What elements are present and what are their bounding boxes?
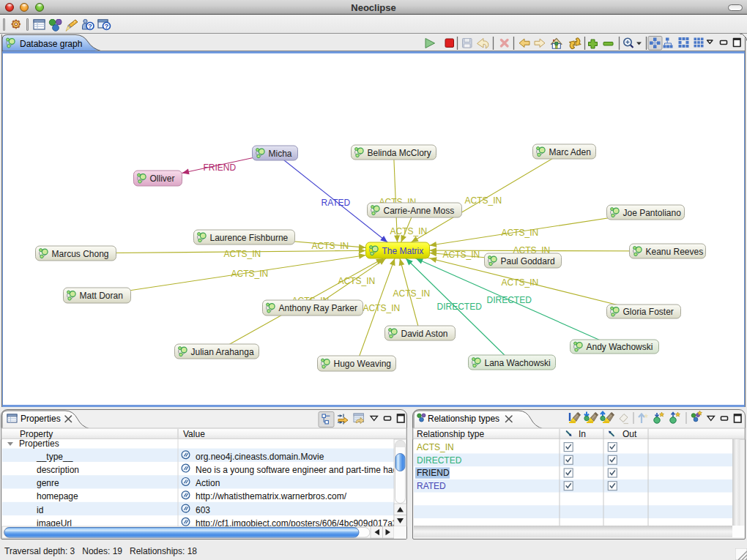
svg-text:ACTS_IN: ACTS_IN [464, 195, 502, 206]
svg-text:Julian Arahanga: Julian Arahanga [190, 347, 253, 357]
svg-text:Belinda McClory: Belinda McClory [367, 148, 431, 158]
svg-text:ACTS_IN: ACTS_IN [390, 226, 427, 236]
svg-text:FRIEND: FRIEND [417, 468, 450, 478]
svg-text:http://whatisthematrix.warnerb: http://whatisthematrix.warnerbros.com/ [196, 491, 347, 501]
svg-text:ACTS_IN: ACTS_IN [501, 228, 538, 238]
svg-text:ACTS_IN: ACTS_IN [442, 250, 480, 260]
svg-text:ACTS_IN: ACTS_IN [311, 241, 349, 251]
svg-text:Matt Doran: Matt Doran [79, 291, 122, 301]
svg-text:Neo is a young software engine: Neo is a young software engineer and par… [196, 465, 407, 475]
svg-text:ACTS_IN: ACTS_IN [393, 288, 430, 299]
svg-text:Laurence Fishburne: Laurence Fishburne [209, 233, 288, 243]
svg-text:ACTS_IN: ACTS_IN [338, 276, 375, 286]
svg-text:description: description [37, 465, 79, 475]
svg-text:Micha: Micha [268, 149, 291, 159]
svg-text:Out: Out [622, 429, 637, 439]
svg-text:ACTS_IN: ACTS_IN [223, 249, 261, 259]
svg-text:RATED: RATED [417, 481, 446, 491]
svg-text:id: id [37, 505, 43, 515]
svg-text:Action: Action [196, 478, 220, 488]
svg-text:603: 603 [196, 505, 210, 515]
svg-text:The Matrix: The Matrix [382, 246, 423, 256]
svg-text:genre: genre [37, 478, 59, 488]
svg-text:Property: Property [20, 429, 53, 439]
svg-text:Marcus Chong: Marcus Chong [51, 249, 108, 259]
svg-text:DIRECTED: DIRECTED [436, 302, 482, 312]
svg-text:Anthony Ray Parker: Anthony Ray Parker [278, 303, 357, 313]
svg-text:Relationship types: Relationship types [428, 414, 499, 424]
svg-text:Gloria Foster: Gloria Foster [622, 307, 673, 317]
svg-text:Properties: Properties [21, 414, 61, 424]
svg-text:Keanu Reeves: Keanu Reeves [645, 247, 703, 257]
svg-text:DIRECTED: DIRECTED [417, 455, 462, 466]
svg-text:DIRECTED: DIRECTED [486, 295, 532, 305]
svg-text:ACTS_IN: ACTS_IN [231, 269, 268, 279]
svg-text:Joe Pantoliano: Joe Pantoliano [622, 208, 681, 218]
svg-text:Properties: Properties [19, 438, 59, 449]
svg-text:Hugo Weaving: Hugo Weaving [333, 359, 391, 369]
svg-text:org.neo4j.cineasts.domain.Movi: org.neo4j.cineasts.domain.Movie [196, 452, 324, 462]
svg-text:homepage: homepage [37, 491, 78, 501]
svg-text:Paul Goddard: Paul Goddard [500, 256, 554, 266]
svg-text:ACTS_IN: ACTS_IN [363, 303, 400, 313]
svg-text:__type__: __type__ [36, 452, 73, 462]
svg-text:ACTS_IN: ACTS_IN [501, 277, 538, 288]
svg-text:?: ? [105, 22, 109, 30]
svg-text:Carrie-Anne Moss: Carrie-Anne Moss [383, 206, 454, 216]
svg-text:Marc Aden: Marc Aden [549, 147, 590, 157]
svg-text:Andy Wachowski: Andy Wachowski [586, 342, 653, 352]
svg-text:RATED: RATED [321, 198, 350, 208]
svg-text:FRIEND: FRIEND [203, 163, 236, 173]
svg-text:Lana Wachowski: Lana Wachowski [484, 358, 550, 368]
svg-text:ACTS_IN: ACTS_IN [417, 442, 454, 452]
svg-text:David Aston: David Aston [401, 329, 447, 339]
svg-text:Database graph: Database graph [20, 39, 82, 49]
svg-text:Relationship type: Relationship type [417, 429, 484, 439]
svg-text:Value: Value [183, 429, 205, 439]
svg-text:In: In [579, 429, 586, 439]
svg-text:Olliver: Olliver [149, 173, 174, 184]
svg-text:?: ? [88, 22, 92, 30]
